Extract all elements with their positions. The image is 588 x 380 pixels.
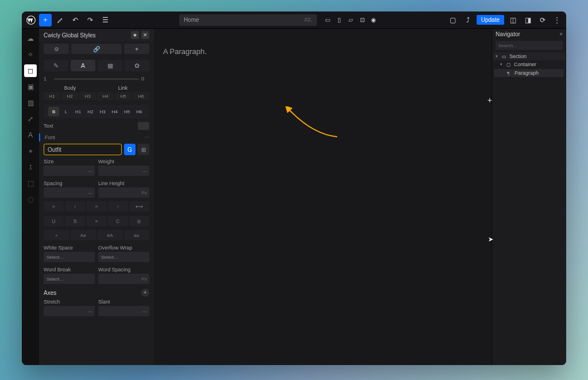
case-cap[interactable]: Aa [71,230,96,240]
global-styles-panel: Cwicly Global Styles ★ ✕ ⚙ 🔗 ✦ ✎ A ▦ ✿ 1 [39,29,154,365]
panel-title: Cwicly Global Styles [44,32,96,39]
page-title-field[interactable]: Home ##. [179,14,317,26]
insert-block-button[interactable]: + [488,95,492,105]
case-upper[interactable]: AA [97,230,123,240]
move-icon[interactable]: ✧ [24,48,37,61]
desktop-preview-icon[interactable]: ▭ [323,15,333,25]
bl-h1[interactable]: H1 [73,107,84,116]
typography-icon[interactable]: A [24,129,37,141]
slider-max: 0 [141,76,149,82]
size-input[interactable]: — [44,166,95,176]
filter-icon[interactable]: ⫱ [24,161,37,174]
tree-section[interactable]: ▾ ▭ Section [493,52,565,60]
mobile-preview-icon[interactable]: ▱ [346,15,356,25]
bl-l[interactable]: L [60,107,71,116]
h5-pill[interactable]: H5 [115,92,131,100]
navigator-search-input[interactable]: Search… [496,41,563,50]
deco-c[interactable]: C [108,216,128,227]
axes-add-icon[interactable]: + [141,289,149,297]
slant-input[interactable]: — [98,306,149,316]
global-styles-icon[interactable]: ◻ [24,64,37,77]
globe-preview-icon[interactable]: ◉ [369,15,379,25]
mode-typography-icon[interactable]: A [71,60,95,71]
open-external-icon[interactable]: ⤴ [462,14,474,26]
left-rail: ☁ ✧ ◻ ▣ ▥ ⤢ A ⌖ ⫱ ⬚ ◌ [22,29,39,365]
weight-input[interactable]: — [98,166,149,176]
font-section-menu-icon[interactable]: ⋯ [144,135,149,140]
resize-icon[interactable]: ⤢ [24,113,37,125]
tag-icon[interactable]: ⌖ [24,145,37,158]
spacing-input[interactable]: — [44,187,95,198]
navigator-toggle-icon[interactable]: ◨ [521,14,534,26]
wordpress-logo-icon[interactable] [25,14,37,26]
blocks-icon[interactable]: ▣ [24,80,37,93]
deco-none[interactable]: ⊘ [129,216,149,227]
sidebar-toggle-icon[interactable]: ◫ [506,14,519,26]
settings-icon[interactable]: ⟳ [536,14,549,26]
tab-settings-icon[interactable]: ⚙ [44,44,69,54]
more-menu-icon[interactable]: ⋮ [551,16,563,25]
font-manage-button[interactable]: ⊞ [138,144,149,155]
bl-h6[interactable]: H6 [134,107,145,116]
edit-icon[interactable] [54,14,67,26]
tree-container[interactable]: ▾ ▢ Container [493,60,565,68]
editor-canvas[interactable]: A Paragraph. + ➤ [154,29,492,365]
comments-icon[interactable]: ◌ [24,193,37,206]
deco-u[interactable]: U [44,216,64,227]
navigator-close-icon[interactable]: × [559,31,563,37]
wordspacing-input[interactable]: Px [98,274,149,284]
tablet-preview-icon[interactable]: ▯ [334,15,345,25]
case-none[interactable]: × [44,230,69,240]
tab-link-icon[interactable]: 🔗 [71,44,122,54]
h6-pill[interactable]: H6 [133,92,149,100]
wordspacing-label: Word Spacing [98,267,149,272]
view-icon[interactable]: ▢ [447,14,459,26]
top-toolbar: ＋ ↶ ↷ ☰ Home ##. ▭ ▯ ▱ ⊡ ◉ ▢ ⤴ Update ◫ … [22,11,566,29]
cloud-icon[interactable]: ☁ [24,32,37,45]
case-lower[interactable]: aa [124,230,150,240]
bl-h3[interactable]: H3 [97,107,108,116]
whitespace-select[interactable]: Select… [44,252,95,262]
h3-pill[interactable]: H3 [79,92,96,100]
align-3[interactable]: » [86,201,106,212]
slant-label: Slant [98,299,149,305]
align-4[interactable]: › [108,201,128,212]
text-label: Text [44,123,53,129]
columns-icon[interactable]: ▥ [24,97,37,109]
deco-x[interactable]: × [86,216,106,227]
bl-h5[interactable]: H5 [122,107,133,116]
wordbreak-select[interactable]: Select… [44,274,95,284]
tree-paragraph[interactable]: ¶ Paragraph [494,69,564,77]
add-block-button[interactable]: ＋ [39,14,52,26]
h2-pill[interactable]: H2 [61,92,78,100]
list-view-icon[interactable]: ☰ [99,14,111,26]
deco-s[interactable]: S [65,216,85,227]
h1-pill[interactable]: H1 [44,92,60,100]
favorite-icon[interactable]: ★ [131,31,139,39]
align-1[interactable]: « [44,201,64,212]
h4-pill[interactable]: H4 [97,92,114,100]
mode-advanced-icon[interactable]: ✿ [125,60,149,71]
undo-icon[interactable]: ↶ [69,14,82,26]
mode-draw-icon[interactable]: ✎ [44,60,68,71]
bl-h2[interactable]: H2 [85,107,96,116]
tab-extra-icon[interactable]: ✦ [124,44,149,54]
overflowwrap-select[interactable]: Select… [98,252,149,262]
mode-layout-icon[interactable]: ▦ [98,60,122,71]
text-color-swatch[interactable] [138,122,149,130]
lineheight-input[interactable]: Px [98,187,149,198]
font-family-input[interactable]: Outfit [44,144,122,155]
google-fonts-button[interactable]: G [124,144,136,155]
device-preview-icon[interactable]: ⊡ [357,15,368,25]
bl-h4[interactable]: H4 [109,107,120,116]
package-icon[interactable]: ⬚ [24,177,37,190]
update-button[interactable]: Update [477,15,504,25]
stretch-input[interactable]: — [44,306,95,316]
align-2[interactable]: ‹ [65,201,85,212]
bl-b[interactable]: B [48,107,59,116]
align-5[interactable]: ⟷ [129,201,149,212]
scale-slider[interactable] [54,78,139,80]
close-panel-icon[interactable]: ✕ [141,31,149,39]
redo-icon[interactable]: ↷ [84,14,96,26]
paragraph-block[interactable]: A Paragraph. [163,47,482,56]
